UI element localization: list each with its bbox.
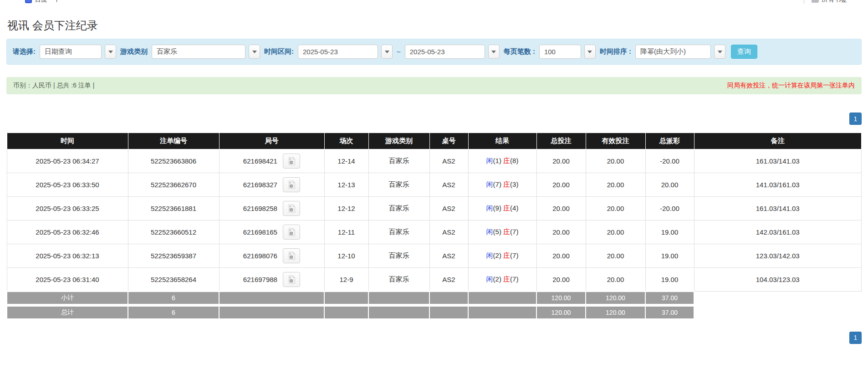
subtotal-row-count: 6	[128, 292, 219, 305]
cell-result: 闲(9) 庄(4)	[468, 197, 536, 220]
subtotal-row-total-bet: 120.00	[536, 292, 586, 305]
table-row: 2025-05-23 06:31:40522523658264621697988…	[7, 268, 862, 292]
video-replay-button[interactable]	[283, 225, 300, 240]
total-row-empty-cell	[324, 305, 368, 319]
column-header: 总派彩	[645, 133, 694, 149]
cell-result: 闲(7) 庄(3)	[468, 173, 536, 197]
column-header: 有效投注	[586, 133, 645, 149]
cell-round-id: 621698076	[219, 244, 324, 268]
column-header: 游戏类别	[368, 133, 429, 149]
result-banker-score: (3)	[510, 180, 518, 188]
cell-round-id: 621698258	[219, 197, 324, 220]
video-replay-button[interactable]	[283, 248, 300, 263]
video-file-icon	[287, 275, 296, 284]
cell-total-bet: 20.00	[536, 149, 586, 173]
cell-payout: -20.00	[645, 197, 694, 220]
result-player-score: (5)	[493, 228, 504, 236]
page-size-dropdown-button[interactable]	[584, 45, 596, 59]
cell-table-no: AS2	[429, 244, 468, 268]
result-banker-score: (7)	[510, 251, 518, 259]
cell-valid-bet: 20.00	[586, 173, 645, 197]
column-header: 局号	[219, 133, 324, 149]
chevron-down-icon	[491, 51, 496, 53]
cell-payout: 20.00	[645, 173, 694, 197]
subtotal-row-payout: 37.00	[645, 292, 694, 305]
video-replay-button[interactable]	[283, 154, 300, 169]
cell-game-type: 百家乐	[368, 149, 429, 173]
video-file-icon	[287, 251, 296, 261]
table-row: 2025-05-23 06:33:50522523662670621698327…	[7, 173, 862, 197]
bookmark-separator	[804, 0, 804, 4]
date-to-combobox	[405, 45, 500, 59]
cell-table-no: AS2	[429, 268, 468, 292]
page-button-bottom[interactable]: 1	[849, 332, 862, 344]
cell-game-type: 百家乐	[368, 197, 429, 220]
cell-bet-id: 522523662670	[128, 173, 219, 197]
date-from-dropdown-button[interactable]	[381, 45, 393, 59]
table-header: 时间注单编号局号场次游戏类别桌号结果总投注有效投注总派彩备注	[7, 133, 862, 149]
result-banker-score: (7)	[510, 275, 518, 283]
cell-total-bet: 20.00	[536, 244, 586, 268]
result-player-label: 闲	[486, 180, 493, 188]
all-bookmarks-label: 所有书签	[822, 0, 847, 4]
browser-bookmark-right[interactable]: 所有书签	[804, 0, 847, 5]
cell-payout: 19.00	[645, 220, 694, 244]
search-button[interactable]: 查询	[731, 45, 757, 59]
total-row-remark-blank	[694, 305, 862, 319]
cell-remark: 141.03/161.03	[694, 173, 862, 197]
cell-session: 12-10	[324, 244, 368, 268]
result-player-score: (2)	[493, 251, 504, 259]
cell-total-bet: 20.00	[536, 173, 586, 197]
result-player-label: 闲	[486, 157, 493, 164]
cell-time: 2025-05-23 06:34:27	[7, 149, 128, 173]
cell-round-id: 621697988	[219, 268, 324, 292]
video-replay-button[interactable]	[283, 272, 300, 287]
cell-payout: -20.00	[645, 149, 694, 173]
sort-order-label: 时间排序 :	[600, 47, 631, 56]
date-to-input[interactable]	[405, 45, 485, 59]
page-size-input[interactable]	[539, 45, 581, 59]
result-banker-label: 庄	[503, 204, 510, 212]
query-type-dropdown-button[interactable]	[105, 45, 116, 59]
result-player-label: 闲	[486, 275, 493, 283]
cell-total-bet: 20.00	[536, 197, 586, 220]
cell-remark: 142.03/161.03	[694, 220, 862, 244]
same-round-note-text: 同局有效投注，统一计算在该局第一张注单内	[727, 82, 855, 90]
query-type-input[interactable]	[40, 45, 102, 59]
date-from-input[interactable]	[298, 45, 378, 59]
date-to-dropdown-button[interactable]	[488, 45, 500, 59]
video-replay-button[interactable]	[283, 177, 300, 192]
table-row: 2025-05-23 06:34:27522523663806621698421…	[7, 149, 862, 173]
result-player-score: (2)	[493, 275, 504, 283]
video-file-icon	[287, 227, 296, 237]
column-header: 场次	[324, 133, 368, 149]
sort-order-input[interactable]	[635, 45, 711, 59]
sort-order-dropdown-button[interactable]	[714, 45, 725, 59]
table-row: 2025-05-23 06:32:13522523659387621698076…	[7, 244, 862, 268]
page-size-label: 每页笔数 :	[504, 47, 535, 56]
cell-remark: 161.03/141.03	[694, 149, 862, 173]
cell-session: 12-9	[324, 268, 368, 292]
cell-session: 12-11	[324, 220, 368, 244]
cell-remark: 123.03/142.03	[694, 244, 862, 268]
page-button-top[interactable]: 1	[849, 113, 862, 125]
cell-time: 2025-05-23 06:33:50	[7, 173, 128, 197]
column-header: 总投注	[536, 133, 586, 149]
subtotal-row: 小计6120.00120.0037.00	[7, 292, 862, 305]
time-range-label: 时间区间:	[264, 47, 294, 56]
game-type-input[interactable]	[152, 45, 245, 59]
video-file-icon	[287, 204, 296, 213]
cell-game-type: 百家乐	[368, 173, 429, 197]
cell-payout: 19.00	[645, 268, 694, 292]
cell-valid-bet: 20.00	[586, 149, 645, 173]
result-player-score: (9)	[493, 204, 504, 212]
chevron-down-icon	[587, 51, 592, 53]
result-banker-score: (8)	[510, 157, 518, 164]
browser-bookmark-left[interactable]: 百度一下	[25, 0, 60, 5]
video-replay-button[interactable]	[283, 201, 300, 216]
result-player-label: 闲	[486, 251, 493, 259]
subtotal-row-empty-cell	[368, 292, 429, 305]
cell-result: 闲(2) 庄(7)	[468, 268, 536, 292]
total-row-total-bet: 120.00	[536, 305, 586, 319]
game-type-dropdown-button[interactable]	[249, 45, 260, 59]
